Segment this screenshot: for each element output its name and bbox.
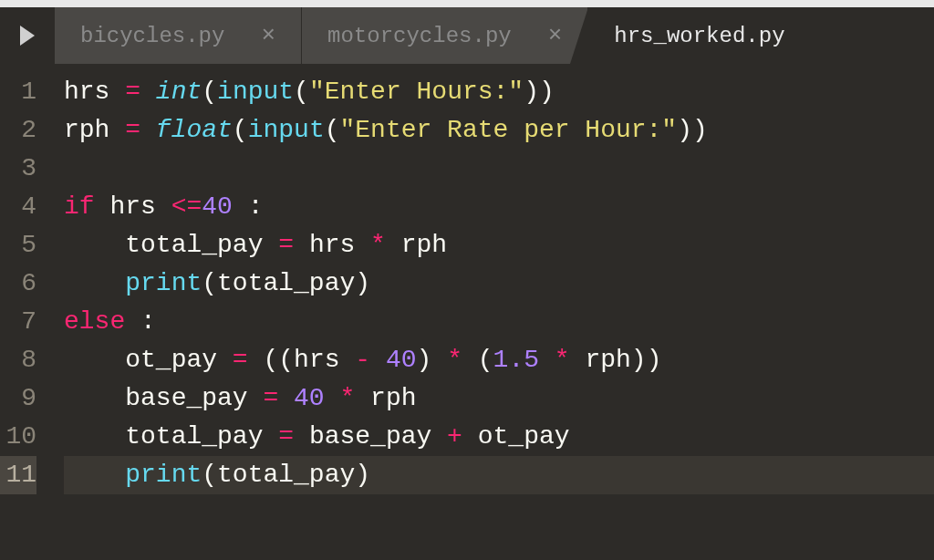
variable: base_pay [309, 422, 431, 451]
tab-label: hrs_worked.py [614, 24, 784, 48]
code-line-6[interactable]: print(total_pay) [64, 264, 934, 303]
operator: = [248, 384, 294, 412]
builtin: int [156, 78, 202, 106]
tab-bicycles[interactable]: bicycles.py × [55, 7, 302, 64]
operator: * [539, 346, 585, 374]
paren: ) [524, 78, 539, 106]
variable: ot_pay [125, 346, 217, 374]
line-number: 3 [0, 150, 36, 188]
close-icon[interactable]: × [261, 22, 275, 49]
line-number: 6 [0, 264, 36, 303]
code-line-9[interactable]: base_pay = 40 * rph [64, 379, 934, 418]
tab-bar: bicycles.py × motorcycles.py × hrs_worke… [0, 7, 934, 64]
variable: rph [370, 384, 416, 412]
indent [64, 346, 125, 374]
number: 40 [386, 346, 417, 374]
code-line-10[interactable]: total_pay = base_pay + ot_pay [64, 418, 934, 456]
paren: (( [263, 346, 294, 374]
operator: = [217, 346, 263, 374]
variable: rph [401, 231, 447, 259]
indent [64, 231, 125, 259]
paren: ( [202, 78, 217, 106]
window-top-bar [0, 0, 934, 7]
variable: hrs [109, 192, 155, 221]
code-line-1[interactable]: hrs = int(input("Enter Hours:")) [64, 73, 934, 111]
variable: ot_pay [478, 422, 570, 451]
paren: ( [233, 116, 248, 144]
string: "Enter Rate per Hour:" [340, 116, 678, 144]
paren: ) [677, 116, 692, 144]
tab-motorcycles[interactable]: motorcycles.py × [302, 7, 588, 64]
line-number: 4 [0, 188, 36, 226]
code-area[interactable]: hrs = int(input("Enter Hours:")) rph = f… [46, 73, 934, 494]
line-gutter: 1 2 3 4 5 6 7 8 9 10 11 [0, 73, 46, 494]
code-line-3[interactable] [64, 150, 934, 188]
code-line-8[interactable]: ot_pay = ((hrs - 40) * (1.5 * rph)) [64, 341, 934, 379]
operator: <= [156, 192, 202, 221]
play-icon [20, 26, 35, 46]
tab-label: bicycles.py [80, 24, 224, 48]
operator: * [431, 346, 477, 374]
colon: : [140, 307, 156, 336]
paren: ) [539, 78, 555, 106]
function: print [125, 269, 202, 297]
editor-container: bicycles.py × motorcycles.py × hrs_worke… [0, 7, 934, 560]
line-number: 1 [0, 73, 36, 111]
indent [64, 384, 125, 412]
number: 1.5 [493, 346, 539, 374]
code-line-11[interactable]: print(total_pay) [64, 456, 934, 494]
operator: = [263, 422, 308, 451]
editor-body: 1 2 3 4 5 6 7 8 9 10 11 hrs = int(input(… [0, 64, 934, 494]
paren: ) [355, 461, 370, 489]
operator: + [431, 422, 477, 451]
tab-hrs-worked[interactable]: hrs_worked.py [588, 7, 847, 64]
variable: rph [585, 346, 630, 374]
keyword: if [64, 192, 95, 221]
code-line-7[interactable]: else : [64, 303, 934, 341]
line-number: 10 [0, 418, 36, 456]
close-icon[interactable]: × [548, 22, 563, 49]
number: 40 [294, 384, 325, 412]
code-line-4[interactable]: if hrs <=40 : [64, 188, 934, 226]
line-number: 11 [0, 456, 36, 494]
operator: * [325, 384, 370, 412]
paren: ( [478, 346, 493, 374]
operator: = [109, 78, 155, 106]
operator: * [355, 231, 400, 259]
space [233, 192, 248, 221]
variable: total_pay [217, 461, 355, 489]
function: input [217, 78, 294, 106]
colon: : [248, 192, 264, 221]
builtin: float [156, 116, 233, 144]
paren: ) [692, 116, 708, 144]
string: "Enter Hours:" [309, 78, 524, 106]
operator: = [263, 231, 308, 259]
variable: total_pay [125, 422, 263, 451]
line-number: 7 [0, 303, 36, 341]
indent [64, 422, 125, 451]
variable: total_pay [217, 269, 355, 297]
paren: ) [355, 269, 370, 297]
variable: hrs [64, 78, 109, 106]
code-line-2[interactable]: rph = float(input("Enter Rate per Hour:"… [64, 111, 934, 150]
function: print [125, 461, 202, 489]
variable: hrs [294, 346, 339, 374]
paren: )) [631, 346, 662, 374]
space [125, 307, 140, 336]
paren: ) [417, 346, 432, 374]
number: 40 [202, 192, 233, 221]
code-line-5[interactable]: total_pay = hrs * rph [64, 226, 934, 264]
operator: = [109, 116, 155, 144]
function: input [248, 116, 325, 144]
variable: rph [64, 116, 109, 144]
paren: ( [294, 78, 309, 106]
paren: ( [325, 116, 340, 144]
tab-label: motorcycles.py [327, 24, 512, 48]
line-number: 8 [0, 341, 36, 379]
indent [64, 269, 125, 297]
keyword: else [64, 307, 125, 336]
operator: - [340, 346, 386, 374]
variable: base_pay [125, 384, 247, 412]
line-number: 9 [0, 379, 36, 418]
run-button[interactable] [0, 7, 55, 64]
